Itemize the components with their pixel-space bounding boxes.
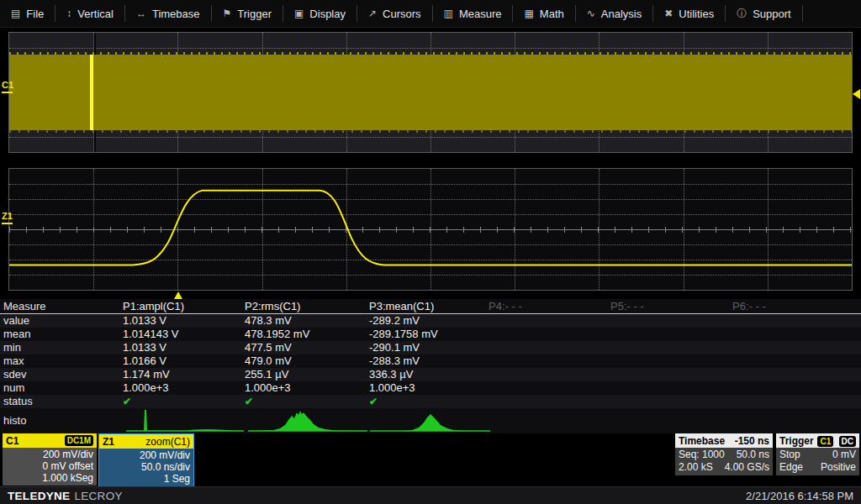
trigger-level-marker-icon[interactable] — [853, 89, 860, 99]
main-waveform-grid[interactable] — [8, 32, 853, 153]
zoom-waveform-grid[interactable] — [8, 168, 853, 291]
timebase-icon: ↔ — [136, 8, 146, 18]
cell-value: 1.174 mV — [123, 368, 245, 381]
menu-measure-label: Measure — [459, 8, 502, 20]
menu-math[interactable]: ▦ Math — [513, 0, 574, 27]
measure-p2-header[interactable]: P2:rms(C1) — [245, 299, 369, 313]
trigger-descriptor-box[interactable]: Trigger C1 DC Stop 0 mV Edge Positive — [776, 433, 859, 475]
measure-p4-header[interactable]: P4:- - - — [489, 299, 610, 313]
menu-display[interactable]: ▣ Display — [283, 0, 357, 27]
brand-secondary: LECROY — [74, 490, 122, 502]
z1-descriptor-title: Z1 — [103, 436, 114, 448]
menu-file-label: File — [26, 8, 44, 20]
oscilloscope-screen: ▤ File ↕ Vertical ↔ Timebase ⚑ Trigger ▣… — [0, 0, 861, 504]
measure-header-row: Measure P1:ampl(C1) P2:rms(C1) P3:mean(C… — [0, 299, 861, 314]
trigger-slope: Positive — [821, 461, 856, 474]
z1-descriptor-box[interactable]: Z1 zoom(C1) 200 mV/div 50.0 ns/div 1 Seg — [98, 433, 194, 487]
histogram-p3 — [370, 408, 490, 432]
c1-descriptor-title: C1 — [6, 435, 18, 447]
table-row-max: max 1.0166 V 479.0 mV -288.3 mV — [0, 354, 861, 368]
menu-trigger[interactable]: ⚑ Trigger — [212, 0, 283, 27]
measure-p1-header[interactable]: P1:ampl(C1) — [123, 299, 245, 313]
trigger-time-marker-icon[interactable] — [174, 291, 182, 299]
c1-descriptor-box[interactable]: C1 DC1M 200 mV/div 0 mV offset 1.000 kSe… — [3, 433, 97, 486]
cell-value: 1.0133 V — [123, 341, 245, 354]
cell-value: 1.0166 V — [123, 354, 245, 368]
cell-value: 1.0133 V — [123, 314, 245, 328]
row-label: histo — [0, 414, 123, 428]
row-label: value — [0, 314, 123, 328]
c1-offset: 0 mV offset — [6, 460, 93, 472]
z1-trace-label[interactable]: Z1 — [2, 212, 13, 224]
cell-value: 1.014143 V — [123, 328, 245, 341]
timebase-seq-count: Seq: 1000 — [679, 449, 725, 461]
histogram-p2 — [248, 408, 367, 432]
menu-utilities[interactable]: ✖ Utilities — [653, 0, 725, 27]
menu-timebase-label: Timebase — [152, 8, 200, 20]
cell-value: 255.1 µV — [245, 368, 369, 381]
cell-value: 1.000e+3 — [369, 381, 489, 395]
c1-volts-per-div: 200 mV/div — [6, 449, 93, 460]
status-check-icon: ✔ — [245, 395, 369, 408]
menu-measure[interactable]: ▥ Measure — [433, 0, 513, 27]
cell-value: 479.0 mV — [245, 354, 369, 368]
table-row-value: value 1.0133 V 478.3 mV -289.2 mV — [0, 314, 861, 328]
math-icon: ▦ — [524, 8, 533, 18]
measure-icon: ▥ — [444, 8, 453, 18]
measure-header-label: Measure — [0, 299, 123, 313]
trigger-flag-icon: ⚑ — [223, 8, 232, 18]
c1-coupling-badge: DC1M — [65, 435, 93, 446]
teledyne-lecroy-logo: TELEDYNELECROY — [8, 488, 123, 503]
measure-p5-header[interactable]: P5:- - - — [610, 299, 732, 313]
menu-cursors[interactable]: ↗ Cursors — [357, 0, 432, 27]
cell-value: 1.000e+3 — [245, 381, 369, 395]
cell-value: -289.2 mV — [369, 314, 489, 328]
menu-vertical-label: Vertical — [77, 8, 114, 20]
z1-volts-per-div: 200 mV/div — [103, 449, 190, 461]
support-icon: ⓘ — [737, 8, 747, 18]
cell-value: 478.1952 mV — [245, 328, 369, 341]
display-icon: ▣ — [294, 8, 304, 18]
table-row-num: num 1.000e+3 1.000e+3 1.000e+3 — [0, 381, 861, 395]
cell-value: -290.1 mV — [369, 341, 489, 354]
menu-bar: ▤ File ↕ Vertical ↔ Timebase ⚑ Trigger ▣… — [0, 0, 861, 28]
gridline — [9, 48, 852, 49]
timebase-descriptor-box[interactable]: Timebase -150 ns Seq: 1000 50.0 ns 2.00 … — [675, 433, 773, 475]
menu-display-label: Display — [309, 8, 346, 20]
cell-value: 478.3 mV — [245, 314, 369, 328]
menu-analysis[interactable]: ∿ Analysis — [576, 0, 652, 27]
timebase-title: Timebase — [679, 435, 725, 447]
row-label: num — [0, 381, 123, 395]
c1-trace-label[interactable]: C1 — [2, 81, 13, 93]
histogram-p1 — [126, 408, 244, 432]
menu-vertical[interactable]: ↕ Vertical — [55, 0, 124, 27]
cell-value: 477.5 mV — [245, 341, 369, 354]
zoom-region-highlight[interactable] — [90, 55, 93, 130]
menu-timebase[interactable]: ↔ Timebase — [125, 0, 211, 27]
z1-pulse-waveform — [9, 169, 852, 290]
z1-source: zoom(C1) — [145, 436, 190, 448]
datetime-display: 2/21/2016 6:14:58 PM — [746, 490, 853, 502]
timebase-samples: 2.00 kS — [679, 461, 713, 474]
measure-p3-header[interactable]: P3:mean(C1) — [369, 299, 489, 313]
timebase-delay: -150 ns — [735, 435, 769, 447]
c1-segments: 1.000 kSeg — [6, 472, 93, 484]
status-bar: TELEDYNELECROY 2/21/2016 6:14:58 PM — [0, 486, 861, 504]
menu-separator — [802, 5, 803, 22]
row-label: max — [0, 354, 123, 368]
menu-cursors-label: Cursors — [383, 8, 421, 20]
menu-file[interactable]: ▤ File — [0, 0, 55, 27]
menu-analysis-label: Analysis — [601, 8, 642, 20]
row-label: mean — [0, 328, 123, 341]
measure-p6-header[interactable]: P6:- - - — [732, 299, 861, 313]
table-row-status: status ✔ ✔ ✔ — [0, 395, 861, 408]
row-label: status — [0, 395, 123, 408]
cell-value: 336.3 µV — [369, 368, 489, 381]
menu-support[interactable]: ⓘ Support — [726, 0, 802, 27]
trigger-coupling-badge: DC — [839, 436, 856, 447]
menu-support-label: Support — [753, 8, 791, 20]
status-check-icon: ✔ — [123, 395, 245, 408]
menu-math-label: Math — [540, 8, 564, 20]
z1-time-per-div: 50.0 ns/div — [103, 461, 190, 473]
cell-value: 1.000e+3 — [123, 381, 245, 395]
